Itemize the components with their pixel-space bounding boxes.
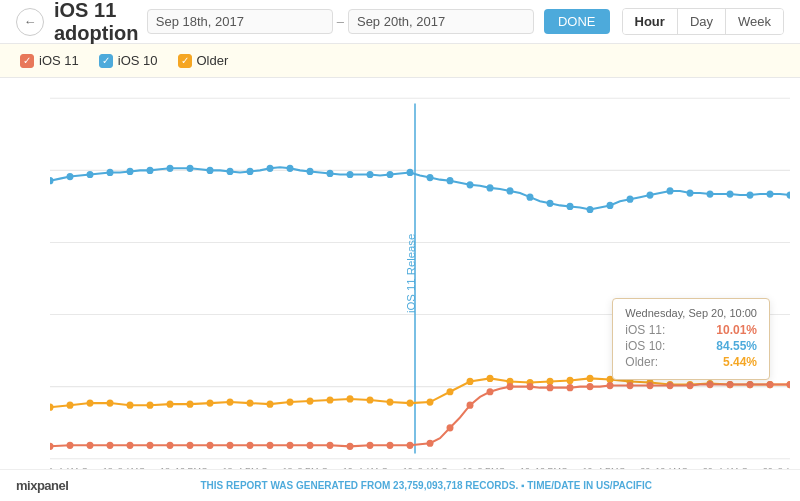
svg-point-50 xyxy=(147,402,154,409)
svg-point-117 xyxy=(727,381,734,388)
tooltip-ios11-val: 10.01% xyxy=(716,323,757,337)
svg-point-34 xyxy=(587,206,594,213)
svg-point-112 xyxy=(627,382,634,389)
legend-ios10[interactable]: ✓ iOS 10 xyxy=(99,53,158,68)
svg-point-35 xyxy=(607,202,614,209)
svg-point-87 xyxy=(127,442,134,449)
back-button[interactable]: ← xyxy=(16,8,44,36)
legend-ios11-checkbox[interactable]: ✓ xyxy=(20,54,34,68)
svg-point-63 xyxy=(407,399,414,406)
svg-point-33 xyxy=(567,203,574,210)
svg-point-17 xyxy=(247,168,254,175)
svg-point-22 xyxy=(347,171,354,178)
svg-point-59 xyxy=(327,396,334,403)
svg-point-37 xyxy=(647,191,654,198)
svg-point-21 xyxy=(327,170,334,177)
svg-point-71 xyxy=(567,377,574,384)
svg-point-99 xyxy=(367,442,374,449)
svg-point-116 xyxy=(707,381,714,388)
svg-point-84 xyxy=(67,442,74,449)
svg-point-45 xyxy=(50,404,54,411)
svg-point-46 xyxy=(67,402,74,409)
svg-point-38 xyxy=(667,187,674,194)
svg-point-111 xyxy=(607,382,614,389)
svg-point-16 xyxy=(227,168,234,175)
date-start-input[interactable] xyxy=(147,9,333,34)
tooltip-ios11-label: iOS 11: xyxy=(625,323,665,337)
svg-point-58 xyxy=(307,397,314,404)
tooltip-ios10-val: 84.55% xyxy=(716,339,757,353)
svg-point-42 xyxy=(747,191,754,198)
time-hour-button[interactable]: Hour xyxy=(623,9,678,34)
ios10-dots xyxy=(50,165,790,213)
chart-tooltip: Wednesday, Sep 20, 10:00 iOS 11: 10.01% … xyxy=(612,298,770,380)
svg-point-15 xyxy=(207,167,214,174)
svg-point-32 xyxy=(547,200,554,207)
tooltip-title: Wednesday, Sep 20, 10:00 xyxy=(625,307,757,319)
svg-point-36 xyxy=(627,196,634,203)
chart-area: 20% 40% 60% 80% iOS 11 Release xyxy=(0,78,800,469)
svg-point-39 xyxy=(687,189,694,196)
svg-point-110 xyxy=(587,383,594,390)
svg-text:Sep. 20, 8 AM: Sep. 20, 8 AM xyxy=(742,466,790,469)
svg-text:Sep. 20, 4 AM: Sep. 20, 4 AM xyxy=(682,466,738,469)
footer: mixpanel THIS REPORT WAS GENERATED FROM … xyxy=(0,469,800,501)
svg-point-115 xyxy=(687,382,694,389)
svg-text:Sep. 19, 12 PM: Sep. 19, 12 PM xyxy=(499,466,561,469)
svg-text:Sep. 18, 4 PM: Sep. 18, 4 PM xyxy=(202,466,259,469)
svg-point-102 xyxy=(427,440,434,447)
tooltip-older-label: Older: xyxy=(625,355,658,369)
svg-point-41 xyxy=(727,190,734,197)
ios11-line xyxy=(50,385,790,447)
svg-text:Sep. 18, 8 PM: Sep. 18, 8 PM xyxy=(262,466,319,469)
done-button[interactable]: DONE xyxy=(544,9,610,34)
svg-point-13 xyxy=(167,165,174,172)
svg-point-95 xyxy=(287,442,294,449)
ios10-line xyxy=(50,167,790,209)
svg-text:Sep. 19, 8 AM: Sep. 19, 8 AM xyxy=(382,466,438,469)
date-end-input[interactable] xyxy=(348,9,534,34)
svg-point-14 xyxy=(187,165,194,172)
time-week-button[interactable]: Week xyxy=(726,9,783,34)
legend: ✓ iOS 11 ✓ iOS 10 ✓ Older xyxy=(0,44,800,78)
svg-point-10 xyxy=(107,169,114,176)
svg-point-119 xyxy=(767,381,774,388)
svg-point-72 xyxy=(587,375,594,382)
svg-point-43 xyxy=(767,190,774,197)
legend-older-checkbox[interactable]: ✓ xyxy=(178,54,192,68)
tooltip-ios10-label: iOS 10: xyxy=(625,339,665,353)
svg-point-64 xyxy=(427,398,434,405)
back-icon: ← xyxy=(24,14,37,29)
svg-point-105 xyxy=(487,388,494,395)
time-day-button[interactable]: Day xyxy=(678,9,726,34)
svg-point-8 xyxy=(67,173,74,180)
legend-ios11[interactable]: ✓ iOS 11 xyxy=(20,53,79,68)
svg-point-48 xyxy=(107,399,114,406)
svg-point-107 xyxy=(527,383,534,390)
svg-point-52 xyxy=(187,401,194,408)
mixpanel-logo: mixpanel xyxy=(16,478,68,493)
svg-point-91 xyxy=(207,442,214,449)
svg-point-54 xyxy=(227,398,234,405)
footer-records: 23,759,093,718 xyxy=(393,480,463,491)
svg-point-27 xyxy=(447,177,454,184)
x-label-0: Sep. 18, 4 AM xyxy=(50,466,78,469)
chart-svg: 20% 40% 60% 80% iOS 11 Release xyxy=(50,88,790,469)
legend-older[interactable]: ✓ Older xyxy=(178,53,229,68)
svg-point-20 xyxy=(307,168,314,175)
svg-point-51 xyxy=(167,401,174,408)
svg-point-85 xyxy=(87,442,94,449)
svg-point-19 xyxy=(287,165,294,172)
svg-point-23 xyxy=(367,171,374,178)
svg-point-108 xyxy=(547,384,554,391)
date-separator: – xyxy=(337,14,344,29)
svg-point-104 xyxy=(467,402,474,409)
svg-point-93 xyxy=(247,442,254,449)
page-title: iOS 11 adoption xyxy=(54,0,147,45)
svg-point-18 xyxy=(267,165,274,172)
svg-point-65 xyxy=(447,388,454,395)
svg-point-83 xyxy=(50,443,54,450)
legend-ios10-checkbox[interactable]: ✓ xyxy=(99,54,113,68)
legend-ios11-label: iOS 11 xyxy=(39,53,79,68)
svg-text:Sep. 19, 4 PM: Sep. 19, 4 PM xyxy=(562,466,619,469)
